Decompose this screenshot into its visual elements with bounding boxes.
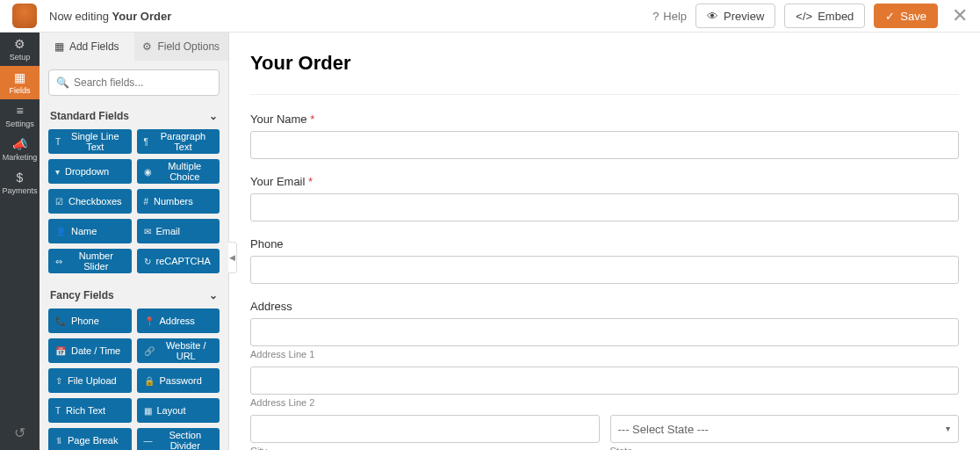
check-icon: ✓ xyxy=(885,10,895,23)
help-icon: ? xyxy=(652,10,659,23)
field-type-section-divider[interactable]: —Section Divider xyxy=(137,428,220,450)
group-standard-header[interactable]: Standard Fields⌄ xyxy=(48,106,220,129)
help-link[interactable]: ?Help xyxy=(652,10,687,23)
addr2-input[interactable] xyxy=(250,367,959,395)
search-input[interactable] xyxy=(48,69,220,96)
field-type-website-url[interactable]: 🔗Website / URL xyxy=(137,338,220,363)
form-canvas: Your Order Your Name * Your Email * Phon… xyxy=(229,33,980,450)
chevron-down-icon: ⌄ xyxy=(209,110,218,122)
field-type-number-slider[interactable]: ⇔Number Slider xyxy=(48,249,132,273)
field-icon: ◉ xyxy=(144,167,152,177)
field-type-dropdown[interactable]: ▾Dropdown xyxy=(48,159,132,184)
chevron-down-icon: ⌄ xyxy=(209,289,218,301)
fields-sidebar: ▦Add Fields ⚙Field Options 🔍 Standard Fi… xyxy=(40,33,229,450)
eye-icon: 👁 xyxy=(707,10,718,23)
addr1-input[interactable] xyxy=(250,318,959,346)
field-icon: ▦ xyxy=(144,406,152,416)
plus-icon: ▦ xyxy=(54,40,64,53)
field-icon: 🔒 xyxy=(144,376,155,386)
field-icon: ¶ xyxy=(144,137,148,147)
now-editing-text: Now editing Your Order xyxy=(49,10,171,23)
preview-button[interactable]: 👁Preview xyxy=(695,4,775,28)
wpforms-logo xyxy=(12,4,37,28)
city-input[interactable] xyxy=(250,415,600,443)
field-icon: 👤 xyxy=(55,227,66,236)
field-icon: 📅 xyxy=(55,346,66,356)
email-input[interactable] xyxy=(250,193,959,221)
field-icon: ⇔ xyxy=(55,257,62,266)
rail-payments[interactable]: $Payments xyxy=(0,166,40,200)
field-type-name[interactable]: 👤Name xyxy=(48,219,132,243)
sliders-icon: ≡ xyxy=(16,104,23,118)
field-type-paragraph-text[interactable]: ¶Paragraph Text xyxy=(137,129,220,154)
rail-setup[interactable]: ⚙Setup xyxy=(0,33,40,66)
field-type-rich-text[interactable]: TRich Text xyxy=(48,398,132,423)
builder-header: Now editing Your Order ?Help 👁Preview </… xyxy=(0,0,980,33)
history-icon: ↺ xyxy=(14,425,25,440)
field-icon: 🔗 xyxy=(144,346,155,356)
field-icon: ↻ xyxy=(144,257,151,266)
tab-add-fields[interactable]: ▦Add Fields xyxy=(40,33,134,61)
field-icon: ⥮ xyxy=(55,436,62,446)
close-button[interactable]: ✕ xyxy=(952,4,968,27)
field-type-phone[interactable]: 📞Phone xyxy=(48,308,132,333)
grid-icon: ▦ xyxy=(14,70,25,84)
field-icon: ☑ xyxy=(55,197,63,207)
bullhorn-icon: 📣 xyxy=(12,137,27,151)
field-name[interactable]: Your Name * xyxy=(250,112,959,159)
rail-marketing[interactable]: 📣Marketing xyxy=(0,133,40,166)
field-type-page-break[interactable]: ⥮Page Break xyxy=(48,428,132,450)
name-input[interactable] xyxy=(250,131,959,159)
gear-icon: ⚙ xyxy=(14,37,25,51)
field-email[interactable]: Your Email * xyxy=(250,175,959,221)
field-type-numbers[interactable]: #Numbers xyxy=(137,189,220,214)
field-icon: ⇧ xyxy=(55,376,62,386)
rail-settings[interactable]: ≡Settings xyxy=(0,99,40,133)
group-fancy-header[interactable]: Fancy Fields⌄ xyxy=(48,286,220,308)
field-type-file-upload[interactable]: ⇧File Upload xyxy=(48,368,132,393)
code-icon: </> xyxy=(796,10,812,23)
field-icon: T xyxy=(55,137,61,147)
field-type-date-time[interactable]: 📅Date / Time xyxy=(48,338,132,363)
field-icon: T xyxy=(55,406,61,416)
collapse-sidebar-button[interactable]: ◀ xyxy=(228,242,237,273)
field-type-single-line-text[interactable]: TSingle Line Text xyxy=(48,129,132,154)
field-type-address[interactable]: 📍Address xyxy=(137,308,220,333)
field-type-layout[interactable]: ▦Layout xyxy=(137,398,220,423)
history-button[interactable]: ↺ xyxy=(0,416,40,450)
field-type-password[interactable]: 🔒Password xyxy=(137,368,220,393)
sliders-icon: ⚙ xyxy=(142,40,152,53)
field-type-multiple-choice[interactable]: ◉Multiple Choice xyxy=(137,159,220,184)
field-icon: 📞 xyxy=(55,316,66,326)
field-type-checkboxes[interactable]: ☑Checkboxes xyxy=(48,189,132,214)
save-button[interactable]: ✓Save xyxy=(874,4,938,28)
rail-fields[interactable]: ▦Fields xyxy=(0,66,40,99)
search-icon: 🔍 xyxy=(56,76,69,89)
dollar-icon: $ xyxy=(17,171,24,185)
field-icon: ▾ xyxy=(55,167,60,177)
left-rail: ⚙Setup ▦Fields ≡Settings 📣Marketing $Pay… xyxy=(0,33,40,450)
tab-field-options[interactable]: ⚙Field Options xyxy=(134,33,229,61)
phone-input[interactable] xyxy=(250,256,959,284)
field-address[interactable]: Address Address Line 1 Address Line 2 Ci… xyxy=(250,300,959,450)
state-select[interactable]: --- Select State --- xyxy=(610,415,960,443)
field-icon: 📍 xyxy=(144,316,155,326)
field-icon: — xyxy=(144,436,153,446)
field-type-email[interactable]: ✉Email xyxy=(137,219,220,243)
field-icon: # xyxy=(144,197,149,207)
field-icon: ✉ xyxy=(144,227,151,236)
form-title[interactable]: Your Order xyxy=(250,52,959,75)
embed-button[interactable]: </>Embed xyxy=(784,4,865,28)
field-type-recaptcha[interactable]: ↻reCAPTCHA xyxy=(137,249,220,273)
field-phone[interactable]: Phone xyxy=(250,237,959,284)
